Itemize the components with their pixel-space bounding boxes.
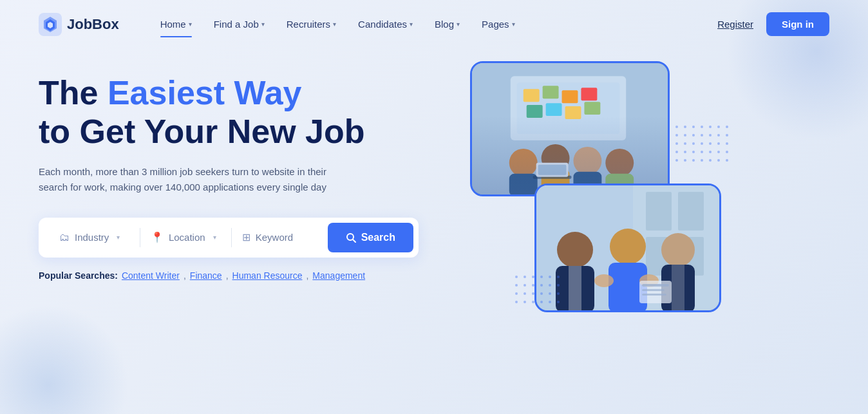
chevron-down-icon: ▾ xyxy=(410,21,413,28)
chevron-down-icon: ▾ xyxy=(512,21,515,28)
navbar: JobBox Home ▾ Find a Job ▾ Recruiters ▾ … xyxy=(0,0,868,48)
svg-rect-11 xyxy=(546,103,562,116)
svg-point-16 xyxy=(542,144,570,172)
svg-point-14 xyxy=(509,148,538,176)
team-collaboration-image xyxy=(472,63,668,194)
popular-label: Popular Searches: xyxy=(39,270,118,281)
separator: , xyxy=(184,270,186,281)
logo-text: JobBox xyxy=(67,16,119,33)
nav-item-blog[interactable]: Blog ▾ xyxy=(426,14,469,35)
popular-link-management[interactable]: Management xyxy=(312,270,365,281)
signin-button[interactable]: Sign in xyxy=(766,12,829,36)
business-meeting-image xyxy=(536,185,719,310)
svg-point-39 xyxy=(594,274,614,287)
popular-link-finance[interactable]: Finance xyxy=(190,270,222,281)
svg-rect-33 xyxy=(569,266,581,310)
location-dropdown[interactable]: 📍 Location ▾ xyxy=(140,226,231,249)
svg-rect-10 xyxy=(527,105,543,118)
search-button[interactable]: Search xyxy=(328,223,413,252)
logo[interactable]: JobBox xyxy=(39,13,119,36)
svg-rect-23 xyxy=(536,162,569,176)
nav-item-recruiters[interactable]: Recruiters ▾ xyxy=(278,14,345,35)
svg-rect-27 xyxy=(646,192,672,231)
logo-icon xyxy=(39,13,62,36)
svg-rect-15 xyxy=(509,173,538,194)
nav-item-pages[interactable]: Pages ▾ xyxy=(473,14,524,35)
chevron-down-icon: ▾ xyxy=(117,234,120,241)
svg-point-31 xyxy=(557,232,593,268)
svg-rect-44 xyxy=(642,294,666,296)
team-photo-bottom xyxy=(534,183,721,312)
separator: , xyxy=(306,270,308,281)
svg-point-36 xyxy=(661,233,695,267)
nav-actions: Register Sign in xyxy=(717,12,829,36)
svg-rect-43 xyxy=(642,289,665,291)
nav-item-home[interactable]: Home ▾ xyxy=(151,14,201,35)
main-content: The Easiest Way to Get Your New Job Each… xyxy=(0,48,868,383)
search-bar: 🗂 Industry ▾ 📍 Location ▾ ⊞ Keyword Se xyxy=(39,218,419,258)
svg-point-34 xyxy=(610,229,646,265)
nav-item-candidates[interactable]: Candidates ▾ xyxy=(349,14,422,35)
chevron-down-icon: ▾ xyxy=(457,21,460,28)
popular-link-human-resource[interactable]: Human Resource xyxy=(232,270,303,281)
team-illustration-svg xyxy=(472,63,668,194)
separator: , xyxy=(226,270,229,281)
svg-rect-6 xyxy=(524,89,540,102)
svg-rect-38 xyxy=(672,265,684,310)
svg-rect-9 xyxy=(581,88,597,100)
chevron-down-icon: ▾ xyxy=(261,21,265,28)
svg-line-2 xyxy=(353,240,355,242)
svg-rect-13 xyxy=(584,102,600,115)
nav-item-find-job[interactable]: Find a Job ▾ xyxy=(205,14,274,35)
keyword-field[interactable]: ⊞ Keyword xyxy=(232,226,323,249)
industry-dropdown[interactable]: 🗂 Industry ▾ xyxy=(49,227,140,249)
svg-rect-8 xyxy=(562,90,578,103)
svg-rect-7 xyxy=(543,86,559,99)
grid-icon: ⊞ xyxy=(242,231,250,243)
nav-links: Home ▾ Find a Job ▾ Recruiters ▾ Candida… xyxy=(151,14,717,35)
svg-rect-12 xyxy=(565,106,581,119)
location-pin-icon: 📍 xyxy=(151,231,164,243)
svg-rect-42 xyxy=(642,284,669,287)
chevron-down-icon: ▾ xyxy=(189,21,192,28)
dot-grid-decoration: const g1 = document.currentScript.parent… xyxy=(667,126,731,164)
svg-rect-22 xyxy=(533,175,572,178)
chevron-down-icon: ▾ xyxy=(213,234,216,241)
meeting-illustration-svg xyxy=(536,185,719,310)
svg-point-20 xyxy=(605,148,634,176)
register-link[interactable]: Register xyxy=(717,19,753,30)
svg-rect-24 xyxy=(538,164,567,174)
popular-link-content-writer[interactable]: Content Writer xyxy=(122,270,180,281)
hero-images: const g1 = document.currentScript.parent… xyxy=(438,48,734,383)
svg-point-18 xyxy=(573,146,601,174)
hero-title: The Easiest Way to Get Your New Job xyxy=(39,74,438,151)
dot-grid-decoration-2: const g2 = document.currentScript.parent… xyxy=(515,276,562,306)
popular-searches: Popular Searches: Content Writer , Finan… xyxy=(39,270,438,281)
hero-section: The Easiest Way to Get Your New Job Each… xyxy=(39,61,438,383)
hero-subtitle: Each month, more than 3 million job seek… xyxy=(39,164,348,195)
briefcase-icon: 🗂 xyxy=(59,232,70,243)
search-icon xyxy=(346,232,356,243)
team-photo-top xyxy=(470,61,670,196)
chevron-down-icon: ▾ xyxy=(333,21,336,28)
svg-rect-28 xyxy=(678,192,704,231)
